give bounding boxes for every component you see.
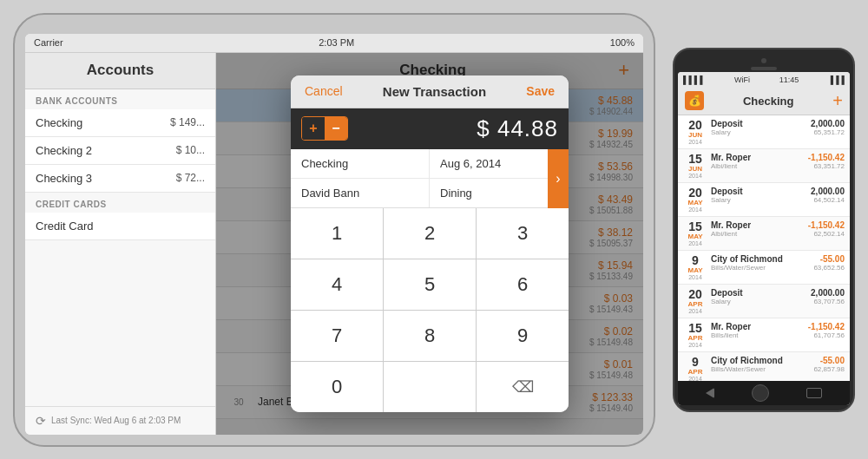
phone-table-row[interactable]: 9 MAY 2014 City of Richmond Bills/Water/… [678,251,850,285]
phone-time: 11:45 [779,75,799,84]
sidebar: Accounts BANK ACCOUNTS Checking $ 149...… [25,53,216,435]
tablet-screen: Carrier 2:03 PM 100% Accounts BANK ACCOU… [25,34,643,435]
bank-section-label: BANK ACCOUNTS [25,89,215,109]
phone-signal: ▌▌▌▌ [683,75,706,84]
phone-date: 20 JUN 2014 [683,119,707,145]
next-arrow[interactable]: › [548,149,569,208]
phone-screen: ▌▌▌▌ WiFi 11:45 ▐▐▐ 💰 Checking + 20 JUN … [678,72,850,405]
account-field[interactable]: Checking [291,149,430,179]
phone-camera [761,58,766,63]
numpad-1[interactable]: 1 [291,208,383,259]
tablet-time: 2:03 PM [319,37,354,48]
main-content: Checking + $ 45.88 $ 14902.44 [216,53,643,435]
numpad-2[interactable]: 2 [384,208,476,259]
phone-add-button[interactable]: + [832,91,843,111]
sidebar-item-checking3[interactable]: Checking 3 $ 72... [25,165,215,193]
numpad-6[interactable]: 6 [477,259,569,310]
account-name: Checking [36,116,82,129]
new-transaction-modal: Cancel New Transaction Save + − $ 44.88 [291,75,569,412]
phone-table-row[interactable]: 15 JUN 2014 Mr. Roper Albi/lient -1,150.… [678,149,850,183]
phone-speaker [751,67,777,70]
phone-table-row[interactable]: 20 JUN 2014 Deposit Salary 2,000.00 65,3… [678,115,850,149]
sync-icon: ⟳ [36,414,46,428]
modal-overlay: Cancel New Transaction Save + − $ 44.88 [216,53,643,435]
numpad-empty [384,362,476,412]
phone-nav-bar [678,381,850,405]
phone-wifi: WiFi [734,75,750,84]
numpad-4[interactable]: 4 [291,259,383,310]
numpad-delete[interactable]: ⌫ [477,362,569,412]
carrier-label: Carrier [34,37,63,48]
account-balance: $ 10... [176,144,205,156]
sidebar-title: Accounts [87,62,154,79]
phone-table-row[interactable]: 15 MAY 2014 Mr. Roper Albi/lient -1,150.… [678,217,850,251]
sidebar-item-checking[interactable]: Checking $ 149... [25,109,215,137]
phone-table-row[interactable]: 9 APR 2014 City of Richmond Bills/Water/… [678,352,850,381]
phone: ▌▌▌▌ WiFi 11:45 ▐▐▐ 💰 Checking + 20 JUN … [673,48,855,412]
numpad-7[interactable]: 7 [291,311,383,361]
account-name: Checking 2 [36,144,92,157]
payee-field[interactable]: David Bann [291,179,430,207]
phone-header: 💰 Checking + [678,88,850,115]
modal-fields: Checking Aug 6, 2014 David Bann Dining [291,149,569,208]
account-balance: $ 149... [170,116,205,128]
phone-transactions: 20 JUN 2014 Deposit Salary 2,000.00 65,3… [678,115,850,381]
credit-section-label: CREDIT CARDS [25,193,215,213]
sidebar-footer: ⟳ Last Sync: Wed Aug 6 at 2:03 PM [25,406,215,435]
negative-sign-button[interactable]: − [325,117,347,140]
sidebar-item-creditcard[interactable]: Credit Card [25,213,215,240]
modal-save-button[interactable]: Save [526,84,555,98]
recent-apps-button[interactable] [806,388,822,398]
tablet: Carrier 2:03 PM 100% Accounts BANK ACCOU… [13,13,655,447]
phone-table-row[interactable]: 20 MAY 2014 Deposit Salary 2,000.00 64,5… [678,183,850,217]
modal-header: Cancel New Transaction Save [291,75,569,108]
last-sync-label: Last Sync: Wed Aug 6 at 2:03 PM [51,416,181,425]
tablet-app: Accounts BANK ACCOUNTS Checking $ 149...… [25,53,643,435]
numpad-9[interactable]: 9 [477,311,569,361]
modal-cancel-button[interactable]: Cancel [305,84,343,98]
account-name: Credit Card [36,220,93,233]
modal-title: New Transaction [383,84,486,99]
account-name: Checking 3 [36,172,92,185]
modal-fields-wrapper: Checking Aug 6, 2014 David Bann Dining › [291,149,569,208]
home-button[interactable] [752,384,769,402]
sidebar-item-checking2[interactable]: Checking 2 $ 10... [25,137,215,165]
phone-table-row[interactable]: 20 APR 2014 Deposit Salary 2,000.00 63,7… [678,285,850,318]
amount-display: $ 44.88 [355,115,558,142]
positive-sign-button[interactable]: + [302,117,325,140]
back-nav-button[interactable] [706,388,714,398]
account-balance: $ 72... [176,172,205,184]
numpad-5[interactable]: 5 [384,259,476,310]
phone-status-bar: ▌▌▌▌ WiFi 11:45 ▐▐▐ [678,72,850,88]
phone-title: Checking [743,95,794,108]
app-icon: 💰 [685,91,704,110]
phone-table-row[interactable]: 15 APR 2014 Mr. Roper Bills/lient -1,150… [678,318,850,352]
modal-amount-bar: + − $ 44.88 [291,108,569,149]
numpad-0[interactable]: 0 [291,362,383,412]
numpad-3[interactable]: 3 [477,208,569,259]
numpad: 1 2 3 4 5 6 7 8 9 0 ⌫ [291,208,569,412]
sidebar-header: Accounts [25,53,215,89]
tablet-status-bar: Carrier 2:03 PM 100% [25,34,643,53]
battery-label: 100% [610,37,635,48]
numpad-8[interactable]: 8 [384,311,476,361]
phone-battery: ▐▐▐ [828,75,845,84]
sign-toggle: + − [301,116,348,141]
